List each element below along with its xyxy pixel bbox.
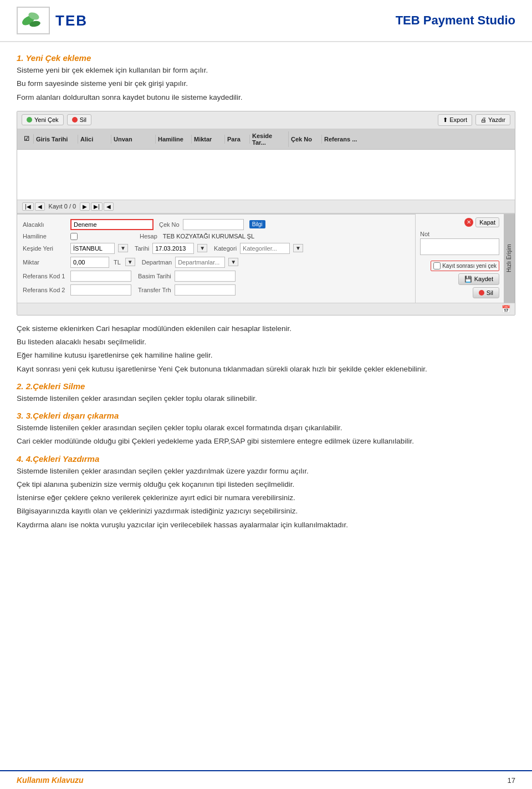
section1-heading: 1. Yeni Çek ekleme [17,53,515,63]
tl-select-btn[interactable]: ▼ [125,258,135,266]
pag-first-button[interactable]: |◀ [22,202,34,211]
departman-select-btn[interactable]: ▼ [228,258,238,266]
section1-para2: Bu form sayesinde sisteme yeni bir çek g… [17,78,515,89]
sil-toolbar-button[interactable]: Sil [67,114,91,125]
not-textarea[interactable] [420,238,499,255]
section-silme-heading: 2. 2.Çekleri Silme [17,381,515,391]
header-title: TEB Payment Studio [396,13,515,28]
transfer-trh-input[interactable] [175,284,236,296]
section-yazdir-body2: Çek tipi alanına şubenizin size vermiş o… [17,479,515,490]
kapat-label: Kapat [479,219,495,226]
basim-tarihi-label: Basim Tarihi [138,273,171,279]
footer-right: 17 [508,776,515,785]
screenshot-toolbar: Yeni Çek Sil ⬆ Export 🖨 Yazdır [17,111,515,129]
keside-yeri-select-btn[interactable]: ▼ [118,244,128,252]
form-row-3: Keşide Yeri ▼ Tarihi ▼ Kategori ▼ [23,243,410,254]
departman-label-form: Departman [142,259,172,266]
th-referans: Referans ... [322,135,361,144]
hesap-value: TEB KOZYATAĞI KURUMSAL ŞL [163,233,254,240]
pag-extra-button[interactable]: ◀ [104,202,114,211]
hesap-label-form: Hesap [140,233,157,240]
not-label: Not [420,231,429,237]
pag-next-button[interactable]: ▶ [80,202,90,211]
th-hamiline: Hamiline [156,135,192,144]
screenshot-box: Yeni Çek Sil ⬆ Export 🖨 Yazdır ☑ Giris T… [17,111,515,315]
hamiline-label-form: Hamiline [23,233,67,240]
form-row-1: Alacaklı Çek No Bilgi [23,219,410,230]
form-row-4: Miktar TL ▼ Departman ▼ [23,257,410,268]
cek-no-input[interactable] [183,219,244,230]
keside-yeri-label: Keşide Yeri [23,245,67,252]
kaydet-sonrasi-checkbox[interactable] [433,262,441,269]
kategori-label-form: Kategori [214,245,237,252]
yazdir-icon: 🖨 [480,116,487,123]
miktar-input[interactable] [70,257,109,268]
transfer-trh-label: Transfer Trh [138,287,171,293]
kategori-select-btn[interactable]: ▼ [293,244,303,252]
not-area: Not [420,231,499,255]
section-yazdir-heading: 4. 4.Çekleri Yazdırma [17,454,515,464]
kaydet-icon: 💾 [464,276,472,283]
page-header: TEB TEB Payment Studio [0,0,532,42]
tarih-input[interactable] [152,243,194,254]
basim-tarihi-input[interactable] [175,271,236,282]
section2-content: Çek sisteme eklenirken Cari hesaplar mod… [17,323,515,375]
keside-yeri-input[interactable] [70,243,115,254]
yazdir-label: Yazdır [488,116,505,123]
th-unvan: Unvan [111,135,156,144]
export-label: Export [449,116,467,123]
sil-form-button[interactable]: Sil [473,287,499,298]
section-export-body2: Cari cekler modülünde olduğu gibi Çekler… [17,436,515,447]
pagination-row: |◀ ◀ Kayıt 0 / 0 ▶ ▶| ◀ [17,200,515,213]
tarih-select-btn[interactable]: ▼ [197,244,207,252]
tl-label: TL [114,259,121,266]
ref-kod1-input[interactable] [70,271,131,282]
kaydet-button[interactable]: 💾 Kaydet [458,273,499,285]
section-yazdir-body5: Kaydırma alanı ise nokta vuruşlu yazıcıl… [17,520,515,531]
kaydet-sonrasi-label: Kayıt sonrası yeni çek [442,263,497,269]
departman-input[interactable] [175,257,225,268]
table-body [17,150,515,200]
section2-body3: Eğer hamiline kutusu işaretlenirse çek h… [17,350,515,361]
calendar-icon[interactable]: 📅 [502,305,510,313]
th-para: Para [225,135,250,144]
sil-form-label: Sil [487,289,493,296]
form-row-6: Referans Kod 2 Transfer Trh [23,284,410,296]
teb-logo-svg [18,8,49,33]
yeni-cek-button[interactable]: Yeni Çek [22,114,64,125]
tarih-label-form: Tarihi [135,245,149,252]
right-panel: ✕ Kapat Not Kayıt sonrası yeni çek [415,214,504,303]
section-export-heading: 3. 3.Çekleri dışarı çıkarma [17,411,515,420]
form-area: Alacaklı Çek No Bilgi Hamiline Hesap TEB… [17,214,415,303]
hizli-erisim-sidebar: Hızlı Erişim [504,214,515,303]
kapat-row: ✕ Kapat [420,217,499,227]
footer-left: Kullanım Kılavuzu [17,776,84,785]
kapat-button[interactable]: Kapat [475,217,499,227]
kategori-input[interactable] [240,243,290,254]
section1-para1: Sisteme yeni bir çek eklemek için kullan… [17,65,515,76]
section-yazdir-body3: İstenirse eğer çeklere çekno verilerek ç… [17,492,515,503]
bilgi-button[interactable]: Bilgi [249,220,265,228]
kapat-x-button[interactable]: ✕ [464,218,473,227]
kaydet-sonrasi-checkbox-row: Kayıt sonrası yeni çek [431,261,499,271]
pag-prev-button[interactable]: ◀ [35,202,45,211]
sil-form-dot [479,290,484,296]
yeni-cek-dot [27,117,32,123]
main-content: 1. Yeni Çek ekleme Sisteme yeni bir çek … [0,42,532,554]
section-yazdir-body4: Bilgisayarınızda kayıtlı olan ve çekleri… [17,506,515,517]
section2-body1: Çek sisteme eklenirken Cari hesaplar mod… [17,323,515,334]
pag-last-button[interactable]: ▶| [91,202,103,211]
ref-kod2-label: Referans Kod 2 [23,287,67,293]
section-silme-body: Sistemde listenilen çekler arasından seç… [17,393,515,404]
hizli-erisim-text: Hızlı Erişim [506,244,512,272]
hamiline-checkbox[interactable] [70,233,78,240]
th-cekno: Çek No [289,135,322,144]
teb-logo-text: TEB [55,12,88,29]
form-row-2: Hamiline Hesap TEB KOZYATAĞI KURUMSAL ŞL [23,233,410,240]
section-export-body1: Sistemde listenilen çekler arasından seç… [17,423,515,434]
yeni-cek-label: Yeni Çek [34,116,59,123]
alacakli-input[interactable] [70,219,154,230]
export-button[interactable]: ⬆ Export [438,114,472,126]
yazdir-button[interactable]: 🖨 Yazdır [475,114,510,125]
ref-kod2-input[interactable] [70,284,131,296]
